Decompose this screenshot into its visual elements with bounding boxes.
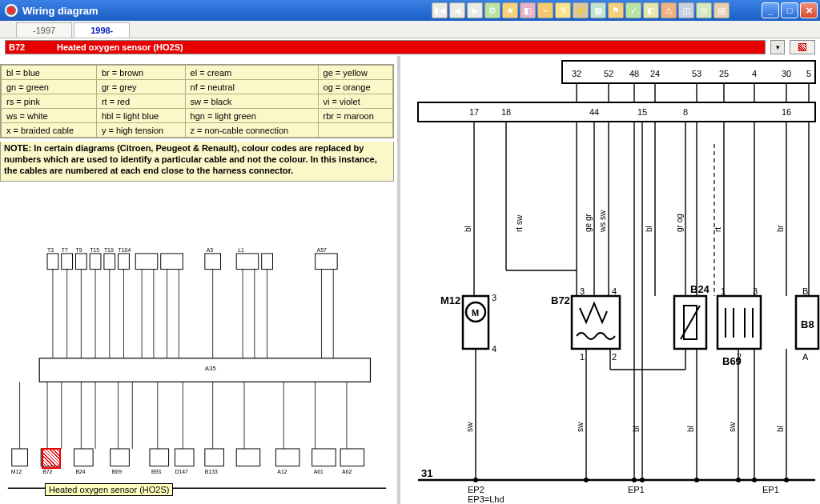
tool-icon-5[interactable]: ✎ (555, 2, 571, 18)
tool-icon-7[interactable]: ▦ (590, 2, 606, 18)
svg-text:32: 32 (572, 69, 581, 78)
svg-rect-61 (275, 449, 299, 466)
svg-text:17: 17 (469, 107, 479, 117)
svg-text:B: B (802, 286, 808, 296)
svg-text:52: 52 (604, 69, 613, 78)
svg-text:30: 30 (782, 69, 791, 78)
window-controls: _ □ ✕ (762, 2, 818, 18)
year-tabs: -1997 1998- (0, 21, 820, 38)
svg-text:M12: M12 (11, 469, 22, 474)
svg-text:B24: B24 (75, 469, 85, 474)
svg-text:3: 3 (580, 286, 585, 296)
svg-text:2: 2 (737, 352, 742, 362)
svg-rect-7 (161, 254, 183, 270)
legend-note: NOTE: In certain diagrams (Citroen, Peug… (0, 142, 394, 182)
tool-icon-10[interactable]: ◐ (643, 2, 659, 18)
tab-1997[interactable]: -1997 (16, 22, 72, 38)
svg-text:L1: L1 (238, 247, 244, 253)
maximize-button[interactable]: □ (781, 2, 798, 18)
window-title: Wiring diagram (22, 5, 98, 17)
svg-text:T15: T15 (90, 247, 99, 253)
tool-icon-14[interactable]: ▤ (713, 2, 730, 18)
detail-schematic[interactable]: 32 52 48 24 53 25 4 30 5 17 18 44 15 8 1… (400, 56, 820, 504)
svg-point-175 (473, 478, 478, 482)
svg-rect-75 (562, 61, 815, 83)
svg-rect-11 (316, 254, 338, 270)
nav-next-icon[interactable]: ▶ (467, 2, 483, 18)
svg-text:B8: B8 (801, 318, 814, 330)
tool-icon-11[interactable]: ⚠ (661, 2, 677, 18)
svg-text:EP3=Lhd: EP3=Lhd (468, 494, 504, 504)
component-tooltip: Heated oxygen sensor (HO2S) (45, 483, 173, 496)
legend-cell: rs = pink (2, 94, 97, 109)
svg-rect-58 (175, 449, 194, 466)
svg-text:A12: A12 (277, 469, 287, 474)
svg-text:1: 1 (721, 286, 726, 296)
tool-icon-9[interactable]: ✓ (625, 2, 641, 18)
svg-text:sw: sw (465, 422, 474, 432)
svg-text:B24: B24 (690, 283, 710, 295)
dropdown-icon[interactable]: ▾ (770, 40, 785, 54)
svg-text:EP2: EP2 (468, 485, 484, 494)
svg-text:16: 16 (782, 107, 791, 117)
tool-icon-1[interactable]: ⚙ (484, 2, 500, 18)
svg-rect-6 (135, 254, 158, 270)
locate-icon (798, 43, 806, 51)
svg-text:31: 31 (421, 467, 432, 479)
svg-text:M12: M12 (440, 294, 460, 306)
close-button[interactable]: ✕ (800, 2, 818, 18)
svg-rect-3 (90, 254, 101, 270)
legend-cell: gn = green (2, 80, 97, 94)
svg-text:B72: B72 (42, 469, 52, 474)
svg-rect-142 (718, 296, 761, 349)
svg-rect-4 (104, 254, 115, 270)
legend-cell: y = high tension (96, 123, 185, 138)
legend-cell: bl = blue (2, 66, 97, 80)
tool-icon-4[interactable]: ⌁ (537, 2, 553, 18)
toolbar: ▮◀ ◀ ▶ ⚙ ★ ◧ ⌁ ✎ ⚡ ▦ ⚑ ✓ ◐ ⚠ ◫ ◎ ▤ (432, 2, 730, 18)
svg-rect-2 (75, 254, 86, 270)
svg-text:2: 2 (612, 352, 617, 362)
svg-text:8: 8 (683, 107, 688, 117)
locate-button[interactable] (790, 40, 815, 54)
minimize-button[interactable]: _ (762, 2, 779, 18)
nav-prev-icon[interactable]: ◀ (449, 2, 465, 18)
svg-rect-5 (119, 254, 130, 270)
tool-icon-3[interactable]: ◧ (520, 2, 536, 18)
svg-text:53: 53 (692, 69, 701, 78)
svg-text:EP1: EP1 (762, 485, 779, 494)
svg-text:3: 3 (492, 293, 496, 302)
svg-text:bl: bl (776, 426, 785, 432)
svg-rect-10 (262, 254, 273, 270)
svg-rect-133 (572, 296, 620, 349)
svg-text:EP1: EP1 (628, 485, 645, 494)
titlebar: Wiring diagram ▮◀ ◀ ▶ ⚙ ★ ◧ ⌁ ✎ ⚡ ▦ ⚑ ✓ … (0, 0, 820, 21)
component-display: B72 Heated oxygen sensor (HO2S) (5, 40, 766, 54)
app-icon (5, 4, 18, 17)
svg-text:4: 4 (492, 344, 496, 354)
tool-icon-8[interactable]: ⚑ (608, 2, 624, 18)
svg-text:25: 25 (719, 69, 729, 78)
overview-schematic[interactable]: T3 T7 T9 T15 T19 T104 A5 L1 A57 (0, 244, 394, 504)
legend-cell: sw = black (185, 94, 318, 109)
legend-cell: br = brown (96, 66, 185, 80)
tab-1998[interactable]: 1998- (74, 22, 130, 38)
legend-cell (318, 123, 392, 138)
svg-text:bl: bl (464, 226, 472, 232)
tool-icon-12[interactable]: ◫ (678, 2, 694, 18)
legend-cell: rbr = maroon (318, 109, 392, 123)
svg-rect-63 (340, 449, 364, 466)
tool-icon-13[interactable]: ◎ (696, 2, 712, 18)
svg-text:D147: D147 (175, 469, 188, 474)
legend-cell: ws = white (2, 109, 97, 123)
tool-icon-6[interactable]: ⚡ (573, 2, 589, 18)
legend-cell: nf = neutral (185, 80, 318, 94)
tool-icon-2[interactable]: ★ (502, 2, 518, 18)
svg-text:1: 1 (580, 352, 585, 362)
svg-rect-0 (47, 254, 58, 270)
legend-cell: og = orange (318, 80, 392, 94)
svg-text:rt: rt (713, 227, 722, 232)
component-b24: B24 (674, 283, 710, 349)
svg-text:A5: A5 (207, 247, 214, 253)
nav-first-icon[interactable]: ▮◀ (432, 2, 448, 18)
